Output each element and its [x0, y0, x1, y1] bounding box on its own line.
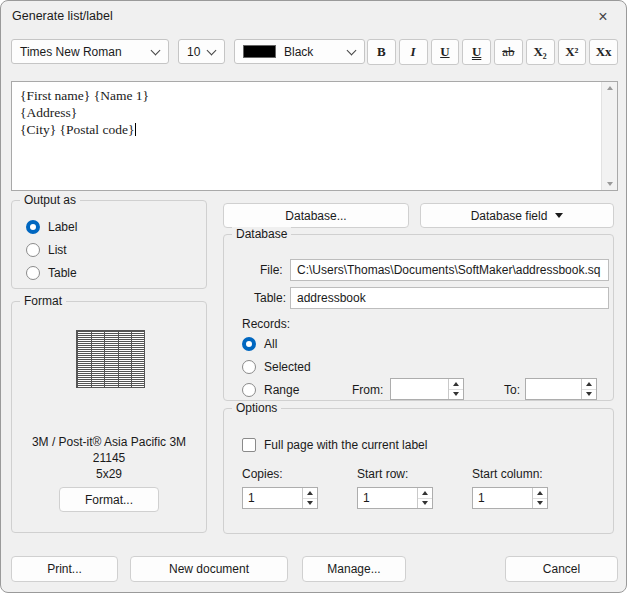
spinner-buttons[interactable]: [302, 488, 317, 508]
chevron-down-icon: [207, 46, 217, 56]
format-button[interactable]: Format...: [59, 487, 159, 512]
checkbox-unchecked-icon: [242, 438, 256, 452]
spin-up-icon[interactable]: [449, 379, 463, 390]
from-spinner[interactable]: [390, 378, 464, 400]
editor-line: {First name} {Name 1}: [20, 87, 593, 104]
radio-output-list[interactable]: List: [26, 242, 67, 258]
font-family-select[interactable]: Times New Roman: [11, 39, 169, 64]
start-column-value: 1: [473, 488, 532, 508]
radio-text: List: [48, 243, 67, 257]
subscript-button[interactable]: X₂: [526, 39, 555, 65]
options-group: Options Full page with the current label…: [223, 408, 614, 534]
new-document-button[interactable]: New document: [130, 556, 288, 582]
spin-up-icon[interactable]: [533, 488, 547, 499]
radio-text: Selected: [264, 360, 311, 374]
copies-label: Copies:: [242, 467, 283, 481]
start-row-spinner[interactable]: 1: [357, 487, 433, 509]
titlebar: Generate list/label ×: [1, 1, 626, 33]
close-icon: ×: [598, 8, 607, 26]
cancel-button-label: Cancel: [543, 562, 580, 576]
spin-up-icon[interactable]: [418, 488, 432, 499]
database-group: Database File: C:\Users\Thomas\Documents…: [223, 234, 614, 401]
radio-checked-icon: [242, 337, 256, 351]
scroll-up-icon[interactable]: [607, 86, 613, 90]
radio-output-table[interactable]: Table: [26, 265, 77, 281]
start-column-spinner[interactable]: 1: [472, 487, 548, 509]
format-button-label: Format...: [85, 493, 133, 507]
print-button[interactable]: Print...: [11, 556, 118, 582]
label-format-size: 5x29: [12, 467, 206, 481]
spinner-buttons[interactable]: [532, 488, 547, 508]
radio-text: Table: [48, 266, 77, 280]
close-button[interactable]: ×: [589, 5, 617, 29]
editor-line: {City} {Postal code}: [20, 121, 593, 138]
radio-records-all[interactable]: All: [242, 336, 277, 352]
output-as-caption: Output as: [20, 193, 80, 207]
spin-down-icon[interactable]: [449, 390, 463, 400]
options-caption: Options: [232, 401, 281, 415]
label-format-number: 21145: [12, 451, 206, 465]
spinner-buttons[interactable]: [448, 379, 463, 399]
label-content-editor[interactable]: {First name} {Name 1} {Address} {City} {…: [11, 81, 618, 191]
editor-scrollbar[interactable]: [601, 82, 617, 190]
table-field[interactable]: addressbook: [290, 287, 609, 309]
radio-records-selected[interactable]: Selected: [242, 359, 311, 375]
start-row-label: Start row:: [357, 467, 408, 481]
file-label: File:: [260, 263, 283, 277]
bold-button[interactable]: B: [367, 39, 396, 65]
change-case-button[interactable]: Xx: [589, 39, 618, 65]
database-field-button[interactable]: Database field: [420, 203, 614, 228]
radio-text: All: [264, 337, 277, 351]
font-family-value: Times New Roman: [20, 45, 122, 59]
radio-text: Label: [48, 220, 77, 234]
spin-down-icon[interactable]: [418, 499, 432, 509]
file-field[interactable]: C:\Users\Thomas\Documents\SoftMaker\addr…: [290, 259, 609, 281]
database-caption: Database: [232, 227, 291, 241]
chevron-down-icon: [347, 46, 357, 56]
editor-line-text: {City} {Postal code}: [20, 122, 134, 137]
database-field-button-label: Database field: [471, 209, 548, 223]
radio-output-label[interactable]: Label: [26, 219, 77, 235]
spin-down-icon[interactable]: [303, 499, 317, 509]
format-group: Format 3M / Post-it® Asia Pacific 3M 211…: [11, 301, 207, 533]
to-spinner[interactable]: [525, 378, 597, 400]
font-color-value: Black: [284, 45, 313, 59]
scroll-down-icon[interactable]: [607, 182, 613, 186]
double-underline-button[interactable]: U: [462, 39, 491, 65]
font-color-select[interactable]: Black: [234, 39, 365, 64]
font-size-select[interactable]: 10: [178, 39, 225, 64]
radio-unchecked-icon: [26, 266, 40, 280]
spinner-buttons[interactable]: [417, 488, 432, 508]
new-document-button-label: New document: [169, 562, 249, 576]
dialog-title: Generate list/label: [12, 9, 113, 23]
spin-up-icon[interactable]: [303, 488, 317, 499]
underline-button[interactable]: U: [431, 39, 460, 65]
to-label: To:: [504, 383, 520, 397]
format-caption: Format: [20, 294, 66, 308]
font-size-value: 10: [187, 45, 200, 59]
manage-button[interactable]: Manage...: [302, 556, 406, 582]
output-as-group: Output as Label List Table: [11, 200, 207, 289]
from-value: [391, 379, 448, 399]
strikethrough-button[interactable]: ab: [494, 39, 523, 65]
manage-button-label: Manage...: [327, 562, 380, 576]
from-label: From:: [352, 383, 383, 397]
italic-button[interactable]: I: [399, 39, 428, 65]
full-page-checkbox[interactable]: Full page with the current label: [242, 437, 427, 453]
cancel-button[interactable]: Cancel: [505, 556, 618, 582]
superscript-button[interactable]: X²: [558, 39, 587, 65]
editor-line-text: {Address}: [20, 105, 77, 120]
to-value: [526, 379, 581, 399]
radio-records-range[interactable]: Range: [242, 382, 299, 398]
spin-up-icon[interactable]: [582, 379, 596, 390]
label-sheet-preview: [76, 330, 145, 388]
spin-down-icon[interactable]: [533, 499, 547, 509]
spinner-buttons[interactable]: [581, 379, 596, 399]
copies-value: 1: [243, 488, 302, 508]
format-buttons-toolbar: B I U U ab X₂ X² Xx: [367, 39, 618, 65]
records-label: Records:: [242, 317, 290, 331]
database-button[interactable]: Database...: [223, 203, 409, 228]
radio-unchecked-icon: [26, 243, 40, 257]
copies-spinner[interactable]: 1: [242, 487, 318, 509]
spin-down-icon[interactable]: [582, 390, 596, 400]
